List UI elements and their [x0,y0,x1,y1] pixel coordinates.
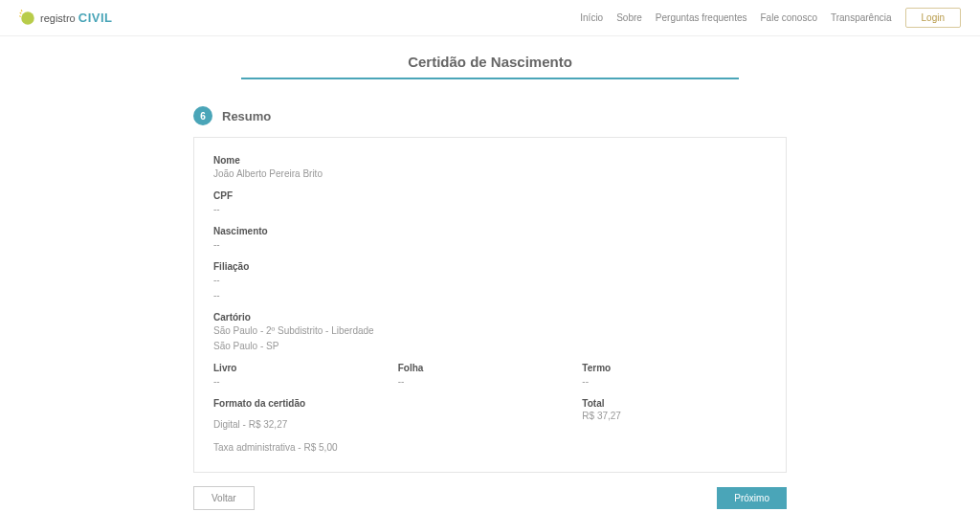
svg-point-0 [21,11,34,25]
label-total: Total [582,398,767,409]
logo[interactable]: registro CIVIL [19,10,112,27]
nav-inicio[interactable]: Início [580,12,603,23]
label-folha: Folha [398,363,583,373]
label-filiacao: Filiação [213,261,767,272]
nav-sobre[interactable]: Sobre [616,12,642,23]
step-header: 6 Resumo [193,106,787,125]
title-underline [241,78,739,79]
value-formato-digital: Digital - R$ 32,27 [213,418,582,432]
value-nome: João Alberto Pereira Brito [213,167,767,181]
logo-top-text: registro [40,12,76,24]
nav-transparencia[interactable]: Transparência [831,12,892,23]
value-cpf: -- [213,203,767,216]
label-livro: Livro [213,363,398,373]
logo-icon [19,10,36,27]
nav-faq[interactable]: Perguntas frequentes [656,12,747,23]
action-row: Voltar Próximo [193,486,787,510]
row-formato-total: Formato da certidão Digital - R$ 32,27 T… [213,398,767,455]
nav: Início Sobre Perguntas frequentes Fale c… [580,8,961,28]
nav-fale[interactable]: Fale conosco [760,12,816,23]
login-button[interactable]: Login [905,8,961,28]
value-taxa: Taxa administrativa - R$ 5,00 [213,441,582,455]
value-cartorio1: São Paulo - 2º Subdistrito - Liberdade [213,324,767,338]
value-livro: -- [213,375,398,389]
value-filiacao1: -- [213,274,767,287]
row-livro-folha-termo: Livro -- Folha -- Termo -- [213,363,767,389]
next-button[interactable]: Próximo [717,487,787,509]
header: registro CIVIL Início Sobre Perguntas fr… [0,0,980,36]
step-badge: 6 [193,106,212,125]
value-total: R$ 37,27 [582,411,767,421]
step-title: Resumo [222,109,271,123]
value-cartorio2: São Paulo - SP [213,340,767,353]
label-nascimento: Nascimento [213,226,767,236]
back-button[interactable]: Voltar [193,486,255,510]
logo-main-text: CIVIL [78,11,113,25]
label-cpf: CPF [213,190,767,201]
summary-card: Nome João Alberto Pereira Brito CPF -- N… [193,137,787,473]
label-nome: Nome [213,155,767,166]
value-folha: -- [398,375,583,389]
label-cartorio: Cartório [213,312,767,323]
label-formato: Formato da certidão [213,398,582,409]
main-container: Certidão de Nascimento 6 Resumo Nome Joã… [193,54,787,510]
label-termo: Termo [582,363,767,373]
value-nascimento: -- [213,238,767,252]
value-filiacao2: -- [213,289,767,302]
page-title: Certidão de Nascimento [193,54,787,70]
value-termo: -- [582,375,767,389]
